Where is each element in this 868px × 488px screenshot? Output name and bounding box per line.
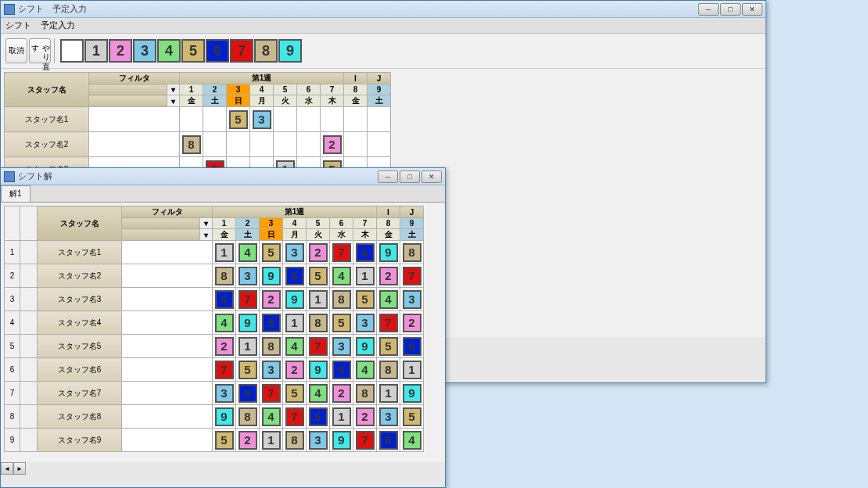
shift-value[interactable]: 3 [215, 384, 234, 403]
shift-value[interactable]: 3 [253, 110, 271, 129]
shift-value[interactable]: 1 [285, 314, 304, 332]
shift-value[interactable]: 8 [182, 135, 201, 154]
shift-value[interactable]: 8 [262, 337, 281, 356]
shift-cell[interactable]: 1 [260, 429, 283, 452]
shift-cell[interactable]: 2 [307, 241, 330, 264]
menu-shift[interactable]: シフト [5, 20, 31, 31]
shift-cell[interactable]: 7 [377, 311, 400, 335]
shift-select-9[interactable]: 9 [278, 39, 302, 63]
shift-value[interactable]: 1 [356, 267, 375, 285]
shift-value[interactable]: 1 [332, 407, 351, 426]
shift-value[interactable]: 8 [309, 314, 328, 332]
shift-cell[interactable]: 3 [250, 107, 274, 132]
shift-value[interactable]: 2 [379, 267, 398, 285]
titlebar[interactable]: シフト解 ─ □ ✕ [1, 168, 445, 185]
shift-cell[interactable]: 8 [307, 311, 330, 335]
shift-cell[interactable]: 4 [213, 311, 236, 335]
shift-value[interactable]: 6 [285, 267, 304, 285]
shift-cell[interactable]: 3 [307, 429, 330, 452]
scroll-left[interactable]: ◄ [1, 462, 13, 475]
shift-cell[interactable]: 2 [330, 382, 353, 405]
shift-cell[interactable]: 1 [283, 311, 307, 335]
shift-cell[interactable]: 3 [353, 311, 377, 335]
shift-value[interactable]: 7 [356, 431, 375, 450]
shift-value[interactable]: 5 [229, 110, 248, 129]
shift-cell[interactable]: 8 [353, 382, 377, 405]
shift-cell[interactable]: 2 [377, 264, 400, 288]
shift-value[interactable]: 9 [285, 290, 304, 309]
shift-value[interactable]: 4 [262, 407, 281, 426]
shift-value[interactable]: 7 [403, 267, 421, 285]
shift-cell[interactable]: 2 [400, 311, 424, 335]
shift-cell[interactable] [344, 107, 368, 132]
shift-value[interactable]: 1 [215, 243, 234, 262]
shift-cell[interactable]: 9 [213, 405, 236, 429]
shift-value[interactable]: 8 [215, 267, 234, 285]
shift-cell[interactable]: 1 [377, 382, 400, 405]
shift-cell[interactable]: 3 [283, 241, 307, 264]
shift-cell[interactable]: 4 [236, 241, 260, 264]
shift-cell[interactable]: 8 [213, 264, 236, 288]
shift-cell[interactable]: 7 [260, 382, 283, 405]
shift-select-2[interactable]: 2 [109, 39, 132, 63]
minimize-button[interactable]: ─ [378, 170, 398, 183]
shift-value[interactable]: 1 [379, 384, 398, 403]
maximize-button[interactable]: □ [720, 3, 741, 16]
filter-cell[interactable] [122, 311, 213, 335]
shift-select-3[interactable]: 3 [133, 39, 156, 63]
shift-cell[interactable]: 7 [400, 264, 424, 288]
shift-cell[interactable]: 9 [236, 311, 260, 335]
shift-value[interactable]: 9 [239, 314, 257, 332]
shift-value[interactable]: 4 [332, 267, 351, 285]
shift-cell[interactable]: 3 [330, 335, 353, 358]
shift-cell[interactable]: 5 [213, 429, 236, 452]
filter-cell[interactable] [122, 405, 213, 429]
shift-cell[interactable]: 6 [213, 288, 236, 311]
shift-value[interactable]: 3 [262, 361, 281, 379]
shift-cell[interactable]: 5 [283, 382, 307, 405]
filter-cell[interactable] [89, 107, 180, 132]
shift-value[interactable]: 6 [239, 384, 257, 403]
shift-value[interactable]: 2 [403, 314, 421, 332]
filter-cell[interactable] [122, 429, 213, 452]
shift-cell[interactable] [297, 107, 321, 132]
shift-value[interactable]: 7 [309, 337, 328, 356]
filter-dropdown[interactable]: ▾ [200, 229, 213, 241]
shift-cell[interactable]: 6 [377, 429, 400, 452]
shift-cell[interactable]: 3 [236, 264, 260, 288]
tab-solution-1[interactable]: 解1 [1, 185, 30, 202]
shift-cell[interactable]: 1 [400, 358, 424, 382]
shift-cell[interactable] [250, 132, 274, 157]
shift-select-7[interactable]: 7 [230, 39, 253, 63]
shift-cell[interactable]: 8 [180, 132, 203, 157]
scroll-right[interactable]: ► [13, 462, 26, 475]
shift-value[interactable]: 3 [356, 314, 375, 332]
shift-value[interactable]: 1 [403, 361, 421, 379]
shift-cell[interactable]: 1 [353, 264, 377, 288]
shift-cell[interactable]: 9 [353, 335, 377, 358]
shift-cell[interactable]: 5 [400, 405, 424, 429]
filter-dropdown[interactable]: ▾ [167, 84, 180, 95]
cancel-button[interactable]: 取消 [5, 38, 27, 63]
shift-cell[interactable]: 4 [307, 382, 330, 405]
shift-value[interactable]: 3 [403, 290, 421, 309]
shift-value[interactable]: 2 [285, 361, 304, 379]
shift-value[interactable]: 3 [332, 337, 351, 356]
shift-cell[interactable]: 8 [283, 429, 307, 452]
shift-cell[interactable]: 4 [400, 429, 424, 452]
shift-cell[interactable]: 7 [283, 405, 307, 429]
shift-cell[interactable] [321, 107, 344, 132]
shift-cell[interactable]: 7 [213, 358, 236, 382]
filter-cell[interactable] [122, 382, 213, 405]
shift-value[interactable]: 6 [332, 361, 351, 379]
shift-value[interactable]: 7 [285, 407, 304, 426]
shift-value[interactable]: 6 [309, 407, 328, 426]
shift-cell[interactable]: 2 [236, 429, 260, 452]
shift-cell[interactable]: 5 [236, 358, 260, 382]
shift-value[interactable]: 3 [379, 407, 398, 426]
shift-cell[interactable]: 6 [330, 358, 353, 382]
shift-cell[interactable]: 4 [353, 358, 377, 382]
shift-value[interactable]: 7 [332, 243, 351, 262]
shift-cell[interactable]: 8 [400, 241, 424, 264]
shift-cell[interactable] [227, 132, 250, 157]
